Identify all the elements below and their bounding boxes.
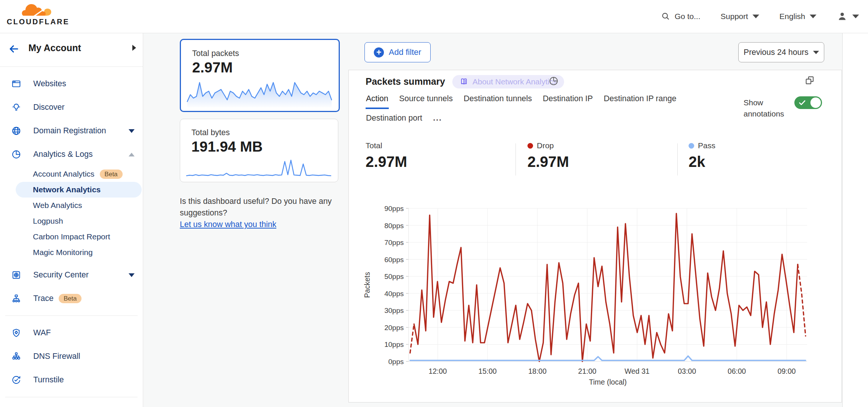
chevron-right-icon[interactable] — [132, 45, 136, 51]
packets-sparkline — [187, 80, 332, 108]
tab-destination-ip[interactable]: Destination IP — [542, 92, 593, 109]
show-annotations-toggle[interactable] — [794, 96, 822, 109]
sidebar-item-label: Logpush — [33, 217, 63, 226]
card-label: Total packets — [192, 49, 239, 58]
svg-text:60pps: 60pps — [384, 256, 404, 264]
tab-destination-tunnels[interactable]: Destination tunnels — [463, 92, 532, 109]
sidebar-item-waf[interactable]: WAF — [0, 321, 143, 345]
sidebar-item-discover[interactable]: Discover — [0, 96, 143, 119]
chevron-down-icon — [752, 15, 759, 18]
svg-text:40pps: 40pps — [384, 290, 404, 298]
pie-chart-icon[interactable] — [548, 76, 559, 86]
sidebar-item-security-center[interactable]: Security Center — [0, 263, 143, 287]
sidebar-item-item[interactable] — [0, 403, 143, 407]
svg-text:50pps: 50pps — [384, 273, 404, 280]
sidebar-item-label: DNS Firewall — [33, 352, 80, 361]
goto-label: Go to... — [675, 12, 701, 21]
sidebar: My Account WebsitesDiscoverDomain Regist… — [0, 33, 143, 407]
svg-text:Packets: Packets — [363, 272, 371, 298]
expand-panel-icon[interactable] — [804, 75, 815, 86]
stat-total: Total 2.97M — [366, 141, 407, 170]
total-packets-card[interactable]: Total packets 2.97M — [180, 39, 340, 112]
chevron-down-icon — [852, 15, 859, 18]
sidebar-header: My Account — [0, 33, 143, 67]
svg-text:20pps: 20pps — [384, 324, 404, 332]
sidebar-item-label: Security Center — [33, 270, 89, 280]
sidebar-item-trace[interactable]: TraceBeta — [0, 287, 143, 310]
account-menu[interactable] — [837, 11, 859, 22]
stat-drop-label: Drop — [537, 141, 554, 150]
toggle-knob — [810, 97, 821, 108]
sidebar-item-carbon-impact-report[interactable]: Carbon Impact Report — [0, 229, 143, 245]
sidebar-item-magic-monitoring[interactable]: Magic Monitoring — [0, 245, 143, 260]
browser-icon — [11, 79, 21, 89]
tab-source-tunnels[interactable]: Source tunnels — [399, 92, 453, 109]
stat-total-value: 2.97M — [366, 153, 407, 170]
packets-summary-panel: Packets summary About Network Analytics … — [348, 70, 842, 403]
sidebar-item-label: Analytics & Logs — [33, 150, 93, 159]
sidebar-item-dns-firewall[interactable]: DNS Firewall — [0, 345, 143, 368]
stat-pass: Pass 2k — [689, 141, 715, 170]
bytes-sparkline — [186, 158, 332, 179]
divider — [515, 143, 516, 175]
time-range-dropdown[interactable]: Previous 24 hours — [738, 42, 824, 62]
sidebar-item-analytics-logs[interactable]: Analytics & Logs — [0, 143, 143, 166]
language-label: English — [779, 12, 805, 21]
feedback-link[interactable]: Let us know what you think — [180, 220, 276, 229]
sidebar-item-label: Domain Registration — [33, 126, 106, 136]
stat-drop-value: 2.97M — [527, 153, 569, 170]
brand-wordmark: CLOUDFLARE — [7, 18, 70, 26]
sidebar-item-label: Network Analytics — [33, 185, 101, 194]
sidebar-item-network-analytics[interactable]: Network Analytics — [16, 182, 142, 198]
chevron-down-icon — [813, 51, 819, 54]
support-menu[interactable]: Support — [721, 12, 760, 21]
chevron-down-icon — [129, 129, 135, 133]
panel-title: Packets summary — [366, 76, 445, 87]
more-tabs-button[interactable]: ... — [433, 111, 443, 128]
sidebar-item-websites[interactable]: Websites — [0, 72, 143, 96]
sidebar-item-domain-registration[interactable]: Domain Registration — [0, 119, 143, 143]
card-value: 191.94 MB — [191, 139, 263, 155]
stat-total-label: Total — [366, 141, 407, 150]
topbar-nav: Go to... Support English — [661, 0, 859, 33]
divider — [5, 397, 138, 397]
goto-search[interactable]: Go to... — [661, 12, 701, 21]
total-bytes-card[interactable]: Total bytes 191.94 MB — [180, 119, 338, 182]
plus-icon: + — [374, 47, 384, 58]
about-network-analytics-badge[interactable]: About Network Analytics — [452, 75, 564, 88]
divider — [677, 143, 678, 175]
sidebar-item-turnstile[interactable]: Turnstile — [0, 368, 143, 392]
card-value: 2.97M — [192, 59, 233, 76]
language-menu[interactable]: English — [779, 12, 816, 21]
svg-text:15:00: 15:00 — [478, 367, 497, 375]
cloudflare-logo[interactable]: CLOUDFLARE — [7, 2, 70, 26]
sidebar-item-label: Carbon Impact Report — [33, 232, 110, 241]
topbar: CLOUDFLARE Go to... Support English — [0, 0, 868, 33]
svg-text:21:00: 21:00 — [578, 367, 597, 375]
back-arrow-icon[interactable] — [8, 43, 19, 55]
svg-text:18:00: 18:00 — [528, 367, 547, 375]
chevron-down-icon — [129, 273, 135, 277]
cloudflare-cloud-icon — [7, 2, 70, 17]
account-name: My Account — [28, 43, 81, 53]
svg-text:06:00: 06:00 — [728, 367, 746, 375]
breakdown-tabs: ActionSource tunnelsDestination tunnelsD… — [366, 92, 743, 128]
tab-action[interactable]: Action — [366, 92, 389, 109]
add-filter-button[interactable]: + Add filter — [364, 42, 431, 62]
sidebar-item-label: WAF — [33, 328, 51, 338]
sidebar-item-account-analytics[interactable]: Account AnalyticsBeta — [0, 166, 143, 182]
tab-destination-port[interactable]: Destination port — [366, 111, 423, 128]
svg-text:09:00: 09:00 — [778, 367, 796, 375]
time-range-label: Previous 24 hours — [744, 48, 808, 57]
divider — [5, 316, 138, 316]
sidebar-item-web-analytics[interactable]: Web Analytics — [0, 198, 143, 213]
sidebar-item-logpush[interactable]: Logpush — [0, 213, 143, 229]
support-label: Support — [721, 12, 748, 21]
packets-time-series-chart[interactable]: 0pps10pps20pps30pps40pps50pps60pps70pps8… — [359, 202, 819, 389]
sidebar-item-label: Account Analytics — [33, 170, 95, 178]
sidebar-item-label: Discover — [33, 103, 65, 112]
svg-text:80pps: 80pps — [384, 222, 404, 230]
tab-destination-ip-range[interactable]: Destination IP range — [603, 92, 677, 109]
drop-legend-dot — [527, 143, 533, 149]
stat-pass-label: Pass — [698, 141, 715, 150]
